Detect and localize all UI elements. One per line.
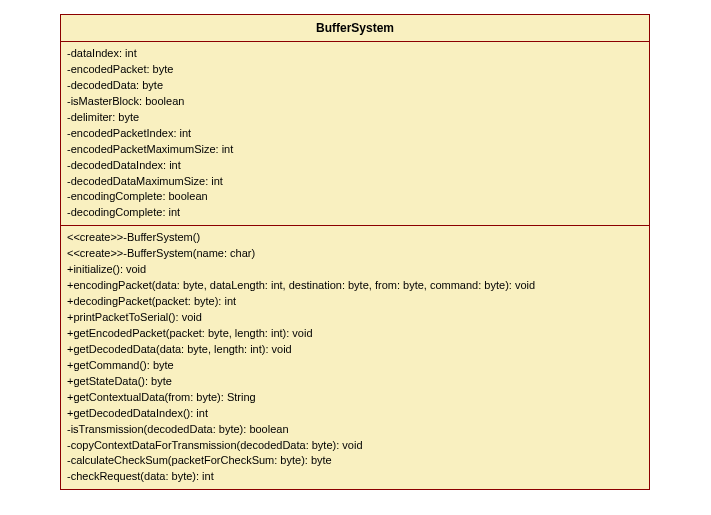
operation-row: +getEncodedPacket(packet: byte, length: … [67, 326, 643, 342]
operation-row: +initialize(): void [67, 262, 643, 278]
operation-row: +printPacketToSerial(): void [67, 310, 643, 326]
operation-row: -copyContextDataForTransmission(decodedD… [67, 438, 643, 454]
attribute-row: -decodedDataMaximumSize: int [67, 174, 643, 190]
attribute-row: -delimiter: byte [67, 110, 643, 126]
attribute-row: -decodedDataIndex: int [67, 158, 643, 174]
attribute-row: -decodedData: byte [67, 78, 643, 94]
operation-row: -calculateCheckSum(packetForCheckSum: by… [67, 453, 643, 469]
operation-row: +getDecodedData(data: byte, length: int)… [67, 342, 643, 358]
operations-compartment: <<create>>-BufferSystem()<<create>>-Buff… [61, 226, 649, 489]
operation-row: <<create>>-BufferSystem(name: char) [67, 246, 643, 262]
attribute-row: -encodingComplete: boolean [67, 189, 643, 205]
operation-row: +getContextualData(from: byte): String [67, 390, 643, 406]
operation-row: +decodingPacket(packet: byte): int [67, 294, 643, 310]
operation-row: +getStateData(): byte [67, 374, 643, 390]
attribute-row: -encodedPacketMaximumSize: int [67, 142, 643, 158]
operation-row: <<create>>-BufferSystem() [67, 230, 643, 246]
operation-row: -checkRequest(data: byte): int [67, 469, 643, 485]
operation-row: +getDecodedDataIndex(): int [67, 406, 643, 422]
attribute-row: -isMasterBlock: boolean [67, 94, 643, 110]
class-name: BufferSystem [61, 15, 649, 42]
attribute-row: -decodingComplete: int [67, 205, 643, 221]
operation-row: +encodingPacket(data: byte, dataLength: … [67, 278, 643, 294]
attribute-row: -encodedPacket: byte [67, 62, 643, 78]
uml-class-box: BufferSystem -dataIndex: int-encodedPack… [60, 14, 650, 490]
operation-row: -isTransmission(decodedData: byte): bool… [67, 422, 643, 438]
attribute-row: -dataIndex: int [67, 46, 643, 62]
attributes-compartment: -dataIndex: int-encodedPacket: byte-deco… [61, 42, 649, 226]
operation-row: +getCommand(): byte [67, 358, 643, 374]
attribute-row: -encodedPacketIndex: int [67, 126, 643, 142]
